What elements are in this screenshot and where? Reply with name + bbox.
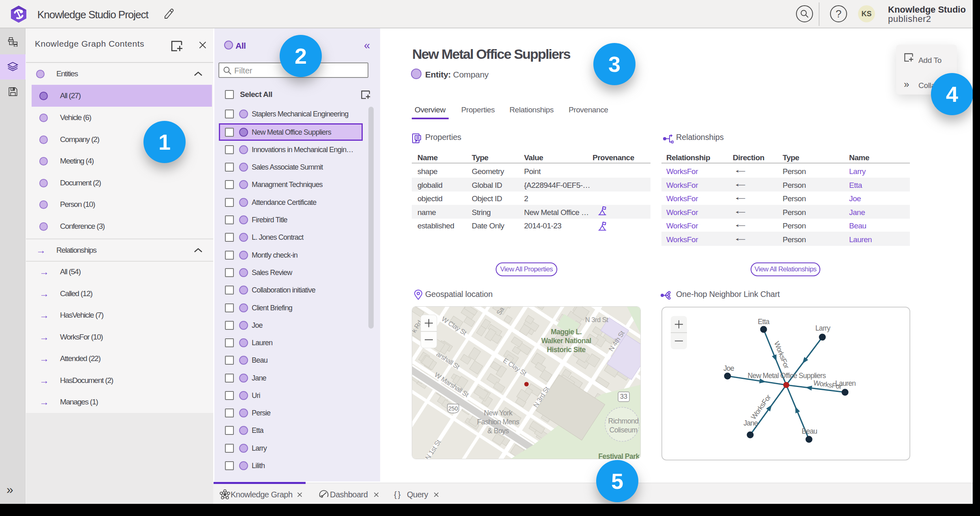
svg-text:New York: New York [484, 409, 513, 417]
svg-text:Festival Park: Festival Park [598, 452, 640, 459]
svg-text:& Boys: & Boys [488, 427, 509, 435]
svg-text:Beau: Beau [802, 427, 817, 435]
svg-text:N 3rd St: N 3rd St [585, 316, 608, 323]
svg-text:Coliseum: Coliseum [610, 426, 638, 434]
svg-text:250: 250 [448, 405, 458, 412]
svg-text:Maggie L.: Maggie L. [551, 328, 582, 336]
svg-text:33: 33 [620, 393, 627, 400]
svg-text:Larry: Larry [815, 324, 830, 332]
svg-text:Fashion Mens: Fashion Mens [477, 418, 520, 426]
svg-text:Walker National: Walker National [541, 337, 591, 345]
svg-text:Richmond: Richmond [608, 417, 639, 425]
svg-text:Etta: Etta [758, 318, 770, 326]
svg-text:Historic Site: Historic Site [547, 346, 586, 354]
svg-text:Joe: Joe [723, 364, 734, 372]
